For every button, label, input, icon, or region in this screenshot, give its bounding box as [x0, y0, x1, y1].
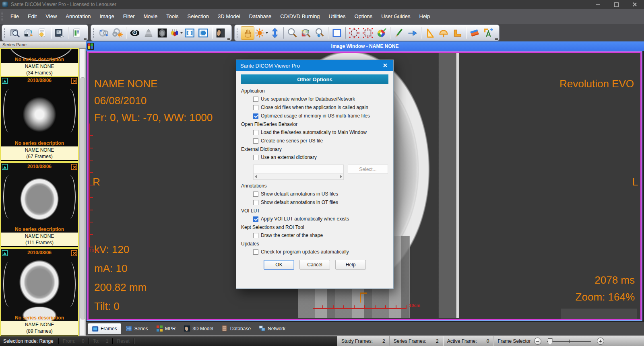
auto-link-button[interactable]: [111, 26, 124, 40]
close-button[interactable]: [625, 0, 644, 9]
angle-ruler-button[interactable]: [450, 26, 464, 40]
tab-mpr[interactable]: MPR: [153, 323, 180, 334]
menu-edit[interactable]: Edit: [23, 9, 41, 24]
series-thumbnail-1[interactable]: No series description NAME NONE (34 Fram…: [0, 48, 79, 76]
menu-cd-dvd-burning[interactable]: CD/DVD Burning: [276, 9, 324, 24]
menu-image[interactable]: Image: [95, 9, 118, 24]
pan-hand-button[interactable]: [241, 26, 254, 40]
checkbox[interactable]: [253, 138, 258, 144]
checkbox-row[interactable]: Optimized usage of memory in US multi-fr…: [253, 113, 388, 119]
checkbox-row[interactable]: Load the file/series automatically to Ma…: [253, 129, 388, 136]
series-close-icon[interactable]: [71, 78, 77, 84]
series-flag-icon[interactable]: [2, 78, 8, 84]
set-square-button[interactable]: [423, 26, 437, 40]
scroll-left-icon[interactable]: [255, 175, 257, 178]
dictionary-path-scrollbar[interactable]: [253, 173, 344, 180]
series-pane-scrollbar-thumb[interactable]: [80, 77, 85, 319]
new-report-button[interactable]: [70, 26, 84, 40]
checkbox[interactable]: [253, 192, 258, 197]
checkbox[interactable]: [253, 113, 258, 119]
brightness-contrast-button[interactable]: [254, 26, 268, 40]
dialog-close-button[interactable]: [377, 60, 393, 71]
menu-3d-model[interactable]: 3D Model: [213, 9, 245, 24]
checkbox-label[interactable]: Create one series per US file: [261, 138, 323, 144]
menubar-grip[interactable]: [2, 12, 4, 21]
fit-to-window-button[interactable]: [183, 26, 196, 40]
maximize-button[interactable]: [607, 0, 625, 9]
frame-prev-button[interactable]: [534, 338, 541, 345]
menu-filter[interactable]: Filter: [119, 9, 139, 24]
fullscreen-button[interactable]: [196, 26, 210, 40]
toolbar-overflow-icon[interactable]: [84, 38, 87, 40]
print-image-button[interactable]: [53, 26, 66, 40]
checkbox[interactable]: [253, 97, 258, 102]
help-button[interactable]: Help: [335, 260, 366, 270]
tab-frames[interactable]: Frames: [88, 323, 121, 334]
mpr-head-button[interactable]: [155, 26, 169, 40]
menu-file[interactable]: File: [6, 9, 23, 24]
menu-user-guides[interactable]: User Guides: [377, 9, 415, 24]
menu-view[interactable]: View: [41, 9, 61, 24]
dialog-titlebar[interactable]: Sante DICOM Viewer Pro: [236, 60, 393, 71]
series-close-icon[interactable]: [71, 250, 77, 256]
series-thumbnail-2[interactable]: 2010/08/06 No series description NAME NO…: [0, 76, 79, 162]
photo-gallery-button[interactable]: [214, 26, 227, 40]
minimize-button[interactable]: [588, 0, 607, 9]
frame-next-button[interactable]: [597, 338, 604, 345]
zoom-pan-button[interactable]: [313, 26, 326, 40]
checkbox[interactable]: [253, 200, 258, 205]
report-button[interactable]: [35, 26, 49, 40]
menu-options[interactable]: Options: [350, 9, 377, 24]
checkbox[interactable]: [253, 155, 258, 160]
menu-selection[interactable]: Selection: [183, 9, 213, 24]
tab-network[interactable]: Network: [255, 323, 289, 334]
checkbox-label[interactable]: Use an external dictionary: [261, 154, 317, 160]
tab-3d-model[interactable]: 3D Model: [180, 323, 217, 334]
series-pane-scrollbar[interactable]: [80, 49, 85, 336]
menu-database[interactable]: Database: [245, 9, 276, 24]
burn-cd-button[interactable]: [22, 26, 35, 40]
checkbox[interactable]: [253, 216, 258, 222]
menu-help[interactable]: Help: [415, 9, 435, 24]
zoom-button[interactable]: [285, 26, 299, 40]
menu-movie[interactable]: Movie: [139, 9, 162, 24]
toolbar-overflow-icon[interactable]: [495, 38, 498, 40]
scroll-right-icon[interactable]: [340, 175, 342, 178]
dropdown-caret-icon[interactable]: [266, 32, 268, 34]
cancel-button[interactable]: Cancel: [299, 260, 330, 270]
dropdown-caret-icon[interactable]: [180, 32, 183, 34]
checkbox-label[interactable]: Show default annotations in OT files: [261, 200, 338, 205]
checkbox-label[interactable]: Apply VOI LUT automatically when exists: [261, 216, 349, 222]
eraser-button[interactable]: [468, 26, 481, 40]
toolbar-overflow-icon[interactable]: [227, 38, 230, 40]
to-value[interactable]: 1: [103, 338, 112, 344]
from-value[interactable]: 0: [78, 338, 88, 344]
toolbar-grip[interactable]: [237, 28, 239, 38]
frame-selector-slider[interactable]: [547, 341, 591, 342]
rectangle-roi-button[interactable]: [361, 26, 375, 40]
checkbox-row[interactable]: Close old files when the application is …: [253, 104, 388, 111]
checkbox[interactable]: [253, 105, 258, 110]
series-thumbnail-4[interactable]: 2010/08/06 No series description NAME NO…: [0, 248, 79, 336]
ok-button[interactable]: OK: [264, 260, 294, 270]
pencil-button[interactable]: [392, 26, 406, 40]
checkbox[interactable]: [253, 130, 258, 135]
checkbox-row[interactable]: Use an external dictionary: [253, 154, 388, 161]
dictionary-path-input[interactable]: [253, 165, 344, 173]
checkbox-label[interactable]: Show default annotations in US files: [261, 191, 338, 197]
sync-link-button[interactable]: [97, 26, 111, 40]
checkbox-label[interactable]: Close old files when the application is …: [261, 105, 368, 110]
checkbox-row[interactable]: Apply VOI LUT automatically when exists: [253, 216, 388, 222]
checkbox-label[interactable]: Use separate window for Database/Network: [261, 96, 355, 102]
protractor-button[interactable]: [437, 26, 450, 40]
menu-tools[interactable]: Tools: [162, 9, 183, 24]
menu-utilities[interactable]: Utilities: [324, 9, 350, 24]
checkbox-row[interactable]: Draw the center of the shape: [253, 232, 388, 239]
tab-series[interactable]: Series: [122, 323, 152, 334]
tab-database[interactable]: Database: [218, 323, 254, 334]
ellipse-roi-button[interactable]: [347, 26, 361, 40]
series-flag-icon[interactable]: [2, 164, 8, 170]
checkbox-row[interactable]: Show default annotations in US files: [253, 191, 388, 197]
checkbox-label[interactable]: Optimized usage of memory in US multi-fr…: [261, 113, 370, 119]
checkbox-row[interactable]: Create one series per US file: [253, 138, 388, 144]
